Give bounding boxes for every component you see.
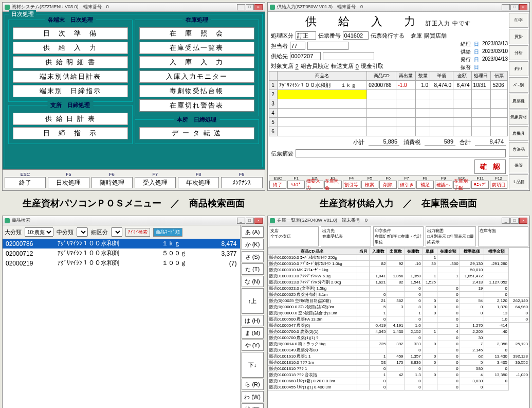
table-row[interactable]: 5 (269, 118, 508, 127)
fkey-button[interactable]: 補足 (416, 181, 434, 189)
table-row[interactable]: 販売(0)00000.0 ﾐｶﾝ2段目(詰0箱)3m5380001,87064,… (268, 304, 529, 310)
fkey-button[interactable]: 値引き (398, 181, 415, 189)
kana-key[interactable]: は (H) (242, 315, 264, 326)
side-button[interactable]: 農機具 (509, 126, 528, 141)
menu-button[interactable]: 日 締 指 示 (13, 127, 128, 139)
kana-key[interactable]: た (T) (242, 263, 264, 275)
fkey-button[interactable]: 削除 (379, 181, 397, 189)
list-item[interactable]: 02000219ｱｸﾞﾘﾏｲｼﾝ１００水和剤１００ｇ(7) (3, 258, 240, 268)
table-row[interactable]: 販売01000010 MK ｺﾝﾌｭｰｻﾞｰ 1kg50,010 (268, 267, 529, 273)
kana-key[interactable]: ま (M) (242, 327, 264, 339)
side-button[interactable]: １品目 (509, 174, 528, 189)
table-row[interactable]: 販売01000700.0 農薬(2)(1)4,0451,4302,152142,… (268, 329, 529, 335)
table-row[interactable]: 2 (269, 90, 508, 99)
table-row[interactable]: 販売01000668 ﾐｶﾝ(1箱) 0.20.0.0 3m0003,0300 (268, 378, 529, 384)
kana-key[interactable]: さ (S) (242, 251, 264, 262)
kana-key[interactable]: あ (A) (242, 226, 264, 238)
kana-key[interactable]: 他 (O) (242, 403, 264, 408)
side-button[interactable]: 買掛 (509, 29, 528, 44)
fkey-button[interactable]: ﾓﾆｯﾌﾟ (471, 181, 489, 189)
side-button[interactable]: 保管 (509, 158, 528, 173)
side-button[interactable]: 気象資材 (509, 110, 528, 125)
menu-button[interactable]: 入 庫 入 力 (139, 56, 254, 68)
table-row[interactable]: 販売01000455 ﾐｶﾝ(1)(1) 0.400 3m0000 (268, 384, 529, 391)
menu-button[interactable]: デ ー タ 転 送 (139, 127, 254, 139)
fkey-button[interactable]: 摘要入力 (306, 181, 323, 189)
detail-class-select[interactable] (111, 227, 122, 237)
fkey-button[interactable]: 在庫別手配 (453, 181, 471, 189)
filter-box[interactable]: 印字条件在庫ｾﾞﾛ印字 □在庫・合計単位 (373, 226, 424, 246)
menu-button[interactable]: 供 給 明 細 書 (13, 56, 128, 68)
fkey-button[interactable]: 確認へ (435, 181, 452, 189)
scroll-up-button[interactable]: ↑上 (242, 288, 264, 314)
mid-class-select[interactable] (77, 227, 88, 237)
inventory-table[interactable]: 商品CD 品名当月入庫数出庫数在庫数単価在庫金額標準単価標準金額販売010000… (268, 248, 530, 408)
table-row[interactable]: 販売01000547 農薬(0)0,4194,1911.011,270-414 (268, 323, 529, 329)
maximize-button[interactable]: □ (246, 4, 254, 10)
close-button[interactable]: × (519, 4, 527, 10)
fkey-button[interactable]: 受入処理 (135, 177, 176, 188)
scroll-down-button[interactable]: 下↓ (242, 352, 264, 378)
maximize-button[interactable]: □ (246, 218, 254, 224)
close-button[interactable]: × (519, 218, 527, 224)
side-button[interactable]: 農薬種 (509, 94, 528, 109)
major-class-select[interactable]: 10:農薬 (25, 227, 53, 237)
fkey-button[interactable]: 終了 (5, 177, 46, 188)
side-button[interactable]: 分析 (509, 45, 528, 60)
table-row[interactable]: 販売(0)00000.0 空6段目(詰合せ)3.3m11000130 (268, 310, 529, 316)
table-row[interactable]: 販売01000010.0 ｱﾌﾟﾛｰﾄﾞ剤ﾌﾛﾒﾄﾘﾝ 1.0kg8292-10… (268, 261, 529, 267)
side-button[interactable]: 印字 (509, 13, 528, 28)
side-button[interactable]: ﾊﾞｰ別 (509, 77, 528, 92)
menu-button[interactable]: 在庫受払一覧表 (139, 42, 254, 54)
side-button[interactable]: 釣り (509, 61, 528, 76)
table-row[interactable]: 販売01000023.0 (文字列) 1.5kg00190 (268, 286, 529, 292)
menu-button[interactable]: 入庫入力モニター (139, 70, 254, 83)
menu-button[interactable]: 端末別 日締指示 (13, 85, 128, 97)
table-row[interactable]: 販売01000149 農薬分布80002.1450 (268, 347, 529, 353)
table-row[interactable]: 販売01000010.0 ｶｰﾊﾞﾑ剤ﾌﾛﾒﾄﾘﾝ 250g1 (268, 255, 529, 261)
menu-button[interactable]: 在 庫 照 会 (139, 27, 254, 40)
table-row[interactable]: 販売01000318 ??? 音表括1421.300413,350-1,020 (268, 372, 529, 378)
menu-button[interactable]: 端末別供給日計表 (13, 70, 128, 83)
filter-box[interactable]: 出力範囲□月別表示 □年間表示 □最終表示 (426, 226, 476, 246)
table-row[interactable]: 3 (269, 99, 508, 109)
close-button[interactable]: × (254, 218, 263, 224)
menu-button[interactable]: 日 次 準 備 (13, 27, 128, 40)
fkey-button[interactable]: 在庫照会 (324, 181, 342, 189)
filter-box[interactable]: 在庫有無 (478, 226, 528, 246)
minimize-button[interactable]: _ (502, 218, 510, 224)
table-row[interactable]: 1 ｱｸﾞﾘﾏｲｼﾝ１００水和剤 １ｋｇ 02000786-1.0 1.08,4… (269, 81, 508, 90)
maximize-button[interactable]: □ (510, 218, 519, 224)
side-button[interactable]: 専決品 (509, 142, 528, 157)
customer-field[interactable]: 0007207 (290, 52, 321, 60)
menu-button[interactable]: 在庫切れ警告表 (139, 99, 254, 112)
menu-button[interactable]: 供 給 日 計 表 (13, 113, 128, 125)
table-row[interactable]: 販売01000013.0 ｱｸｼｼﾞｬﾝRW 6.3g1,0411,0561,3… (268, 273, 529, 279)
table-row[interactable]: 販売01001810.0 ??? 1m531758,8360053,405-36… (268, 360, 529, 366)
fkey-button[interactable]: 年次処理 (178, 177, 219, 188)
list-item[interactable]: 02000786ｱｸﾞﾘﾏｲｼﾝ１００水和剤１ｋｇ8,474 (3, 239, 240, 249)
fuzzy-search-chip[interactable]: ｱｲﾐｲ検索 (125, 228, 150, 237)
fkey-button[interactable]: 終了 (269, 181, 287, 189)
fkey-button[interactable]: 随時処理 (91, 177, 133, 188)
minimize-button[interactable]: _ (502, 4, 510, 10)
table-row[interactable]: 販売(0)00025 空欄6段目箱(詰0箱)21362000542,120262… (268, 298, 529, 304)
minimize-button[interactable]: _ (237, 218, 245, 224)
fkey-button[interactable]: 前項目 (490, 181, 507, 189)
process-type[interactable]: 訂正 (296, 31, 316, 40)
minimize-button[interactable]: _ (237, 4, 245, 10)
kana-key[interactable]: ら (R) (242, 379, 264, 390)
fkey-button[interactable]: 日次処理 (48, 177, 89, 188)
table-row[interactable]: 販売01000500 農薬FA 13.3m0001.00 (268, 316, 529, 323)
slip-no[interactable]: 041602 (343, 31, 369, 40)
filter-box[interactable]: 支店全ての支店 (269, 226, 319, 246)
table-row[interactable]: 販売01000700 農薬(1)(1) ?0030 (268, 335, 529, 341)
sort-chip[interactable]: 商品ｺｰﾄﾞ順 (153, 228, 182, 237)
menu-button[interactable]: 毒劇物受払台帳 (139, 85, 254, 97)
table-row[interactable]: 販売01001610 農薬1 114591,357006213,430392,1… (268, 353, 529, 360)
fkey-button[interactable]: 検索 (361, 181, 379, 189)
table-row[interactable]: 販売(0)00014.0 粉トラック1kg7253923330072,35825… (268, 341, 529, 347)
table-row[interactable]: 6 (269, 127, 508, 136)
kana-key[interactable]: や (Y) (242, 340, 264, 351)
fkey-button[interactable]: ﾍﾙﾌﾟ (287, 181, 305, 189)
